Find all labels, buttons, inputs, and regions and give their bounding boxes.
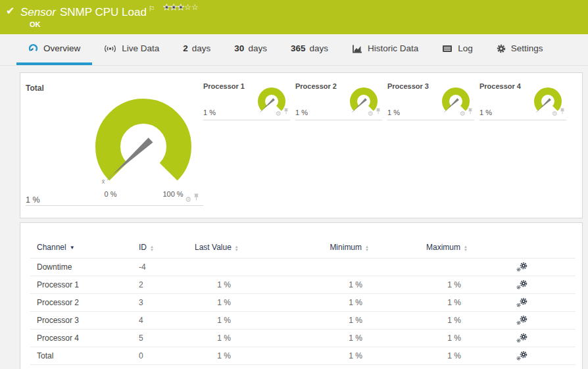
sort-both-icon: ▲▼ <box>235 245 239 252</box>
cell-maximum: 1 % <box>369 351 468 360</box>
cell-channel: Processor 2 <box>30 298 135 307</box>
tab-historic-data[interactable]: Historic Data <box>340 34 430 65</box>
tab-365-days[interactable]: 365 days <box>279 34 340 65</box>
average-marker: x̄ <box>97 178 110 185</box>
channel-settings-gears-icon[interactable] <box>516 280 527 289</box>
gauges-panel: Total x̄ 0 % 100 % 1 % ⚙ Processor 1 1 %… <box>20 72 583 218</box>
star-filled-icon[interactable]: ★ <box>178 3 185 12</box>
pin-icon[interactable] <box>193 191 199 203</box>
sort-desc-icon: ▼ <box>70 245 75 251</box>
cell-minimum: 1 % <box>251 333 369 343</box>
pin-icon[interactable] <box>468 105 473 117</box>
table-row-processor-1[interactable]: Processor 1 2 1 % 1 % 1 % <box>30 276 576 294</box>
star-filled-icon[interactable]: ★ <box>163 3 170 12</box>
gauge-block-processor-2[interactable]: Processor 2 1 % ⚙ <box>295 78 382 120</box>
cell-channel: Downtime <box>30 262 135 272</box>
star-filled-icon[interactable]: ★ <box>170 3 178 12</box>
sensor-header: ✔ SensorSNMP CPU Load⚐ ★★★☆☆ OK <box>0 0 588 34</box>
cell-last-value: 1 % <box>195 333 251 343</box>
pin-icon[interactable] <box>560 105 565 117</box>
cell-id: 4 <box>135 316 195 325</box>
cell-maximum: 1 % <box>369 280 468 289</box>
status-badge: OK <box>30 20 41 28</box>
col-header-id[interactable]: ID▲▼ <box>135 243 195 252</box>
sensor-title: SensorSNMP CPU Load⚐ <box>20 5 155 19</box>
gauge-block-total[interactable]: Total x̄ 0 % 100 % 1 % ⚙ <box>26 81 203 206</box>
cell-maximum: 1 % <box>369 298 468 307</box>
gauge-settings-gear-icon[interactable]: ⚙ <box>276 110 282 117</box>
col-header-label: Channel <box>37 243 66 252</box>
cell-last-value: 1 % <box>195 316 251 325</box>
priority-stars[interactable]: ★★★☆☆ <box>163 3 199 12</box>
cell-channel: Processor 1 <box>30 280 135 289</box>
tab-label: Settings <box>511 43 543 53</box>
channel-table-panel: Channel▼ ID▲▼ Last Value▲▼ Minimum▲▼ Max… <box>20 222 583 369</box>
gauge-settings-gear-icon[interactable]: ⚙ <box>185 196 191 203</box>
gauge-scale-min: 0 % <box>97 190 124 198</box>
gauge-settings-gear-icon[interactable]: ⚙ <box>552 110 558 117</box>
total-gauge <box>78 86 196 198</box>
area-chart-icon <box>352 44 362 53</box>
cell-maximum: 1 % <box>369 316 468 325</box>
channel-settings-gears-icon[interactable] <box>516 316 527 325</box>
sensor-name: SNMP CPU Load <box>60 6 147 18</box>
table-row-processor-4[interactable]: Processor 4 5 1 % 1 % 1 % <box>30 330 576 347</box>
table-header-row: Channel▼ ID▲▼ Last Value▲▼ Minimum▲▼ Max… <box>30 236 576 258</box>
channel-settings-gears-icon[interactable] <box>516 262 527 272</box>
col-header-label: Last Value <box>195 243 232 252</box>
channel-settings-gears-icon[interactable] <box>516 298 527 307</box>
col-header-minimum[interactable]: Minimum▲▼ <box>251 243 369 252</box>
tab-label: days <box>248 43 267 53</box>
table-row-downtime[interactable]: Downtime -4 <box>30 258 576 276</box>
pin-icon[interactable] <box>376 105 381 117</box>
tab-log[interactable]: Log <box>430 34 485 65</box>
pin-icon[interactable] <box>283 105 289 117</box>
tab-day-count: 2 <box>183 43 188 53</box>
flag-icon[interactable]: ⚐ <box>149 5 155 12</box>
channel-settings-gears-icon[interactable] <box>516 351 527 360</box>
col-header-channel[interactable]: Channel▼ <box>30 243 135 252</box>
col-header-maximum[interactable]: Maximum▲▼ <box>369 243 468 252</box>
gauge-value: 1 % <box>387 109 400 116</box>
cell-last-value: 1 % <box>195 280 251 289</box>
tab-day-count: 365 <box>291 43 306 53</box>
tab-settings[interactable]: Settings <box>485 34 555 65</box>
cell-channel: Processor 3 <box>30 316 135 325</box>
col-header-label: ID <box>139 243 147 252</box>
gauge-value: 1 % <box>26 195 40 205</box>
cell-minimum: 1 % <box>251 298 369 307</box>
sort-both-icon: ▲▼ <box>150 245 154 252</box>
table-row-total[interactable]: Total 0 1 % 1 % 1 % <box>30 347 576 365</box>
gauge-settings-gear-icon[interactable]: ⚙ <box>460 110 466 117</box>
tab-label: Overview <box>43 43 80 53</box>
tab-bar: Overview Live Data 2 days 30 days 365 da… <box>0 34 588 66</box>
col-header-last-value[interactable]: Last Value▲▼ <box>195 243 251 252</box>
tab-label: Historic Data <box>368 43 418 53</box>
log-list-icon <box>442 45 453 53</box>
col-header-label: Maximum <box>426 243 460 252</box>
tab-30-days[interactable]: 30 days <box>222 34 279 65</box>
channel-settings-gears-icon[interactable] <box>516 333 527 343</box>
cell-channel: Processor 4 <box>30 333 135 343</box>
live-broadcast-icon <box>104 44 116 53</box>
tab-overview[interactable]: Overview <box>16 34 92 65</box>
tab-label: Live Data <box>122 43 159 53</box>
cell-id: 3 <box>135 298 195 307</box>
gauge-block-processor-1[interactable]: Processor 1 1 % ⚙ <box>203 78 290 120</box>
tab-2-days[interactable]: 2 days <box>171 34 222 65</box>
table-row-processor-2[interactable]: Processor 2 3 1 % 1 % 1 % <box>30 294 576 312</box>
gauge-block-processor-4[interactable]: Processor 4 1 % ⚙ <box>479 78 566 120</box>
gauge-value: 1 % <box>203 109 216 116</box>
tab-live-data[interactable]: Live Data <box>92 34 171 65</box>
tab-day-count: 30 <box>234 43 244 53</box>
gauge-settings-gear-icon[interactable]: ⚙ <box>368 110 374 117</box>
gauge-block-processor-3[interactable]: Processor 3 1 % ⚙ <box>387 78 474 120</box>
tab-label: days <box>309 43 328 53</box>
star-empty-icon[interactable]: ☆ <box>184 3 191 12</box>
gauge-label: Processor 4 <box>479 82 521 90</box>
star-empty-icon[interactable]: ☆ <box>191 3 199 12</box>
tab-label: days <box>192 43 211 53</box>
table-row-processor-3[interactable]: Processor 3 4 1 % 1 % 1 % <box>30 312 576 330</box>
gauge-label: Processor 3 <box>387 82 429 90</box>
cell-id: 2 <box>135 280 195 289</box>
